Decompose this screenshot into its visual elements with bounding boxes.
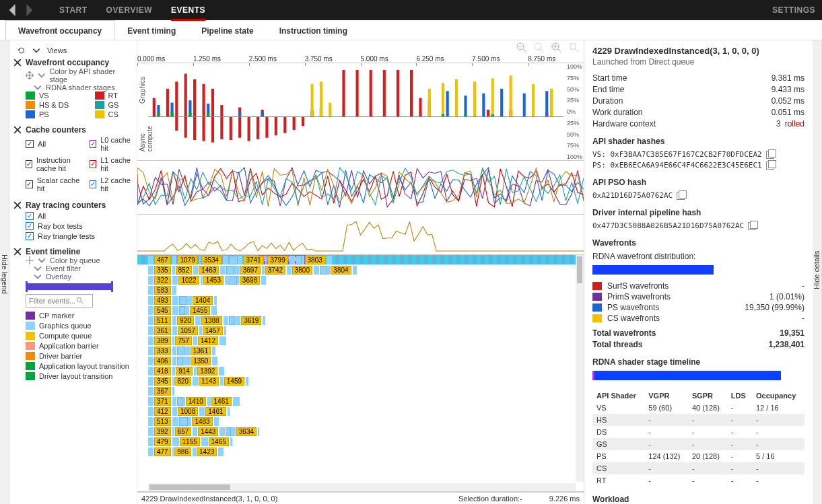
close-icon[interactable]: [13, 59, 22, 67]
svg-rect-74: [302, 116, 304, 126]
cache-checkbox[interactable]: Instruction cache hit: [26, 156, 83, 172]
timeline-row[interactable]: 4931404: [148, 295, 576, 305]
svg-rect-5: [153, 98, 156, 117]
timeline-pane[interactable]: BuildRaytrace 46710793534374137993803335…: [137, 255, 584, 492]
timeline-legend-item[interactable]: CP marker: [26, 312, 133, 320]
timeline-row[interactable]: 367: [148, 386, 576, 396]
svg-rect-59: [491, 114, 494, 116]
detail-kv-row: Work duration0.051 ms: [592, 108, 804, 117]
overlay-slider[interactable]: [26, 283, 113, 290]
move-icon[interactable]: [26, 71, 34, 79]
search-icon[interactable]: [76, 297, 84, 305]
timeline-legend-item[interactable]: Application barrier: [26, 342, 133, 350]
zoom-in-icon[interactable]: [551, 42, 562, 53]
timeline-legend-item[interactable]: Graphics queue: [26, 322, 133, 330]
shader-stage[interactable]: HS & DS: [26, 101, 83, 109]
zoom-reset-icon[interactable]: [534, 42, 545, 53]
timeline-legend-item[interactable]: Compute queue: [26, 332, 133, 340]
timeline-row[interactable]: 37114101461: [148, 396, 576, 406]
stage-timeline-title: RDNA shader stage timeline: [592, 357, 804, 367]
shader-stage[interactable]: GS: [95, 101, 133, 109]
detail-kv-row: Start time9.381 ms: [592, 73, 804, 83]
timeline-legend-item[interactable]: Driver barrier: [26, 352, 133, 360]
filter-events-input[interactable]: [26, 294, 93, 308]
rt-checkbox[interactable]: All: [26, 212, 133, 220]
overlay-label[interactable]: Overlay: [46, 273, 71, 281]
rt-checkbox[interactable]: Ray box tests: [26, 222, 133, 230]
views-label[interactable]: Views: [47, 46, 67, 55]
tab-event-timing[interactable]: Event timing: [114, 20, 189, 40]
timeline-row[interactable]: 5131483: [148, 417, 576, 427]
nav-overview[interactable]: OVERVIEW: [106, 5, 152, 15]
copy-icon[interactable]: [677, 192, 685, 200]
nav-events[interactable]: EVENTS: [171, 5, 205, 21]
nav-settings[interactable]: SETTINGS: [772, 5, 815, 15]
color-by-label[interactable]: Color by API shader stage: [49, 67, 133, 83]
shader-stage[interactable]: PS: [26, 110, 83, 118]
timeline-row[interactable]: 36110571457: [148, 326, 576, 336]
svg-rect-12: [220, 105, 223, 116]
chevron-down-icon[interactable]: [38, 71, 46, 79]
copy-icon[interactable]: [748, 222, 756, 230]
chevron-down-icon[interactable]: [38, 256, 46, 264]
cache-checkbox[interactable]: L0 cache hit: [90, 136, 133, 152]
timeline-row[interactable]: 322102214533698: [148, 275, 576, 285]
shader-stage[interactable]: CS: [95, 110, 133, 118]
timeline-row[interactable]: 51192013883619: [148, 316, 576, 326]
timeline-row[interactable]: 33585214633697374238003804: [148, 265, 576, 275]
shader-stage[interactable]: RT: [95, 92, 133, 100]
svg-rect-55: [189, 112, 191, 116]
tab-wavefront[interactable]: Wavefront occupancy: [5, 20, 114, 40]
timeline-colorby[interactable]: Color by queue: [50, 256, 100, 264]
cache-checkbox[interactable]: L1 cache hit: [90, 156, 133, 172]
event-filter-label[interactable]: Event filter: [46, 264, 81, 273]
timeline-row[interactable]: 41210081461: [148, 406, 576, 417]
copy-icon[interactable]: [766, 151, 774, 159]
timeline-row[interactable]: 39265714433634: [148, 427, 576, 437]
close-icon[interactable]: [13, 126, 22, 134]
timeline-row[interactable]: 4779861423: [148, 447, 576, 457]
nav-fwd-arrow[interactable]: [23, 4, 35, 16]
cache-checkbox[interactable]: All: [26, 136, 83, 152]
timeline-row[interactable]: 583: [148, 285, 576, 295]
nav-start[interactable]: START: [59, 5, 88, 15]
details-launched: Launched from Direct queue: [592, 57, 804, 67]
timeline-row[interactable]: 4061350: [148, 356, 576, 366]
chevron-down-icon[interactable]: [34, 264, 42, 273]
cache-checkbox[interactable]: L2 cache hit: [90, 176, 133, 192]
timeline-row[interactable]: 4189141392: [148, 366, 576, 376]
chevron-down-icon[interactable]: [34, 273, 42, 281]
close-icon[interactable]: [13, 248, 22, 256]
chevron-down-icon[interactable]: [34, 83, 42, 92]
timeline-row[interactable]: 5451455: [148, 305, 576, 316]
chevron-down-icon[interactable]: [32, 46, 40, 55]
zoom-sel-icon[interactable]: [569, 42, 580, 53]
timeline-scrollbar-v[interactable]: [576, 255, 584, 482]
timeline-row[interactable]: 46710793534374137993803: [148, 255, 576, 265]
wf-dist-bar: [592, 265, 714, 275]
shader-stage[interactable]: VS: [26, 92, 83, 100]
zoom-out-icon[interactable]: [516, 42, 527, 53]
timeline-row[interactable]: 3331361: [148, 346, 576, 356]
undo-icon[interactable]: [18, 46, 26, 55]
close-icon[interactable]: [13, 201, 22, 209]
tab-instruction[interactable]: Instruction timing: [267, 20, 360, 40]
hide-legend-toggle[interactable]: Hide legend: [0, 40, 9, 504]
timeline-scrollbar-h[interactable]: [148, 483, 576, 491]
timeline-row[interactable]: 3897571412: [148, 336, 576, 346]
wf-legend-row: PS wavefronts19,350 (99.99%): [592, 303, 804, 312]
timeline-legend-item[interactable]: Application layout transition: [26, 362, 133, 370]
status-time: 9.226 ms: [549, 495, 580, 503]
copy-icon[interactable]: [766, 161, 774, 170]
move-icon[interactable]: [26, 256, 34, 264]
rt-checkbox[interactable]: Ray triangle tests: [26, 232, 133, 240]
timeline-legend-item[interactable]: Driver layout transition: [26, 372, 133, 380]
shader-table-row: PS124 (132)20 (128)-5 / 16: [592, 450, 804, 462]
tab-pipeline[interactable]: Pipeline state: [189, 20, 266, 40]
cache-checkbox[interactable]: Scalar cache hit: [26, 176, 83, 192]
hide-details-toggle[interactable]: Hide details: [813, 40, 822, 504]
nav-back-arrow[interactable]: [7, 4, 19, 16]
timeline-row[interactable]: 34582011431459: [148, 376, 576, 386]
svg-rect-52: [550, 89, 553, 117]
timeline-row[interactable]: 47911551465: [148, 437, 576, 447]
